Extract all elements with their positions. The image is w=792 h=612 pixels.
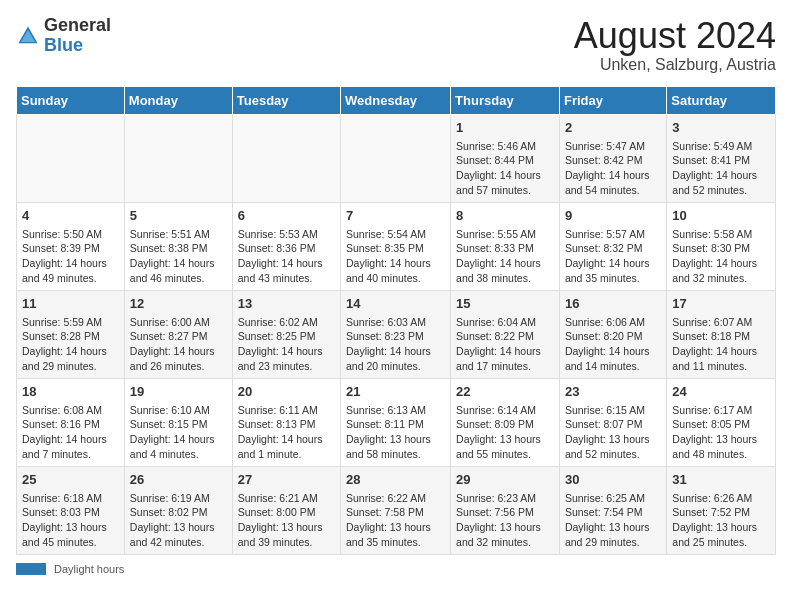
day-number: 8 bbox=[456, 207, 554, 225]
logo-blue-text: Blue bbox=[44, 36, 111, 56]
day-number: 1 bbox=[456, 119, 554, 137]
calendar-cell: 28Sunrise: 6:22 AM Sunset: 7:58 PM Dayli… bbox=[341, 466, 451, 554]
day-number: 5 bbox=[130, 207, 227, 225]
calendar-cell: 6Sunrise: 5:53 AM Sunset: 8:36 PM Daylig… bbox=[232, 202, 340, 290]
day-number: 4 bbox=[22, 207, 119, 225]
day-number: 31 bbox=[672, 471, 770, 489]
day-number: 23 bbox=[565, 383, 661, 401]
calendar-header-saturday: Saturday bbox=[667, 86, 776, 114]
calendar-cell: 20Sunrise: 6:11 AM Sunset: 8:13 PM Dayli… bbox=[232, 378, 340, 466]
daylight-bar-icon bbox=[16, 563, 46, 575]
calendar-week-row: 18Sunrise: 6:08 AM Sunset: 8:16 PM Dayli… bbox=[17, 378, 776, 466]
day-info: Sunrise: 6:08 AM Sunset: 8:16 PM Dayligh… bbox=[22, 403, 119, 462]
day-number: 12 bbox=[130, 295, 227, 313]
calendar-cell: 25Sunrise: 6:18 AM Sunset: 8:03 PM Dayli… bbox=[17, 466, 125, 554]
calendar-cell bbox=[17, 114, 125, 202]
location-title: Unken, Salzburg, Austria bbox=[574, 56, 776, 74]
calendar-cell: 13Sunrise: 6:02 AM Sunset: 8:25 PM Dayli… bbox=[232, 290, 340, 378]
calendar-cell: 30Sunrise: 6:25 AM Sunset: 7:54 PM Dayli… bbox=[559, 466, 666, 554]
day-number: 11 bbox=[22, 295, 119, 313]
calendar-cell: 2Sunrise: 5:47 AM Sunset: 8:42 PM Daylig… bbox=[559, 114, 666, 202]
calendar-table: SundayMondayTuesdayWednesdayThursdayFrid… bbox=[16, 86, 776, 555]
day-number: 2 bbox=[565, 119, 661, 137]
day-number: 14 bbox=[346, 295, 445, 313]
day-info: Sunrise: 6:23 AM Sunset: 7:56 PM Dayligh… bbox=[456, 491, 554, 550]
calendar-header-wednesday: Wednesday bbox=[341, 86, 451, 114]
calendar-header-tuesday: Tuesday bbox=[232, 86, 340, 114]
calendar-header-thursday: Thursday bbox=[451, 86, 560, 114]
day-number: 22 bbox=[456, 383, 554, 401]
calendar-cell: 29Sunrise: 6:23 AM Sunset: 7:56 PM Dayli… bbox=[451, 466, 560, 554]
calendar-cell: 9Sunrise: 5:57 AM Sunset: 8:32 PM Daylig… bbox=[559, 202, 666, 290]
logo-icon bbox=[16, 24, 40, 48]
day-number: 6 bbox=[238, 207, 335, 225]
calendar-cell: 15Sunrise: 6:04 AM Sunset: 8:22 PM Dayli… bbox=[451, 290, 560, 378]
calendar-cell: 14Sunrise: 6:03 AM Sunset: 8:23 PM Dayli… bbox=[341, 290, 451, 378]
day-info: Sunrise: 6:00 AM Sunset: 8:27 PM Dayligh… bbox=[130, 315, 227, 374]
calendar-footer: Daylight hours bbox=[16, 563, 776, 575]
day-info: Sunrise: 5:50 AM Sunset: 8:39 PM Dayligh… bbox=[22, 227, 119, 286]
day-number: 27 bbox=[238, 471, 335, 489]
day-number: 7 bbox=[346, 207, 445, 225]
calendar-cell: 12Sunrise: 6:00 AM Sunset: 8:27 PM Dayli… bbox=[124, 290, 232, 378]
day-info: Sunrise: 6:07 AM Sunset: 8:18 PM Dayligh… bbox=[672, 315, 770, 374]
day-info: Sunrise: 6:11 AM Sunset: 8:13 PM Dayligh… bbox=[238, 403, 335, 462]
day-info: Sunrise: 6:22 AM Sunset: 7:58 PM Dayligh… bbox=[346, 491, 445, 550]
calendar-cell: 19Sunrise: 6:10 AM Sunset: 8:15 PM Dayli… bbox=[124, 378, 232, 466]
day-number: 3 bbox=[672, 119, 770, 137]
calendar-cell: 5Sunrise: 5:51 AM Sunset: 8:38 PM Daylig… bbox=[124, 202, 232, 290]
calendar-header-monday: Monday bbox=[124, 86, 232, 114]
day-info: Sunrise: 6:04 AM Sunset: 8:22 PM Dayligh… bbox=[456, 315, 554, 374]
day-info: Sunrise: 6:25 AM Sunset: 7:54 PM Dayligh… bbox=[565, 491, 661, 550]
day-info: Sunrise: 5:53 AM Sunset: 8:36 PM Dayligh… bbox=[238, 227, 335, 286]
page-header: General Blue August 2024 Unken, Salzburg… bbox=[16, 16, 776, 74]
day-info: Sunrise: 6:10 AM Sunset: 8:15 PM Dayligh… bbox=[130, 403, 227, 462]
calendar-cell: 8Sunrise: 5:55 AM Sunset: 8:33 PM Daylig… bbox=[451, 202, 560, 290]
day-number: 19 bbox=[130, 383, 227, 401]
day-number: 24 bbox=[672, 383, 770, 401]
calendar-cell: 26Sunrise: 6:19 AM Sunset: 8:02 PM Dayli… bbox=[124, 466, 232, 554]
calendar-week-row: 25Sunrise: 6:18 AM Sunset: 8:03 PM Dayli… bbox=[17, 466, 776, 554]
calendar-cell: 23Sunrise: 6:15 AM Sunset: 8:07 PM Dayli… bbox=[559, 378, 666, 466]
day-number: 25 bbox=[22, 471, 119, 489]
day-number: 13 bbox=[238, 295, 335, 313]
day-number: 17 bbox=[672, 295, 770, 313]
day-number: 21 bbox=[346, 383, 445, 401]
calendar-week-row: 1Sunrise: 5:46 AM Sunset: 8:44 PM Daylig… bbox=[17, 114, 776, 202]
calendar-header-sunday: Sunday bbox=[17, 86, 125, 114]
day-info: Sunrise: 6:15 AM Sunset: 8:07 PM Dayligh… bbox=[565, 403, 661, 462]
calendar-cell bbox=[232, 114, 340, 202]
day-number: 29 bbox=[456, 471, 554, 489]
calendar-cell: 1Sunrise: 5:46 AM Sunset: 8:44 PM Daylig… bbox=[451, 114, 560, 202]
day-info: Sunrise: 5:51 AM Sunset: 8:38 PM Dayligh… bbox=[130, 227, 227, 286]
day-info: Sunrise: 6:02 AM Sunset: 8:25 PM Dayligh… bbox=[238, 315, 335, 374]
day-info: Sunrise: 6:26 AM Sunset: 7:52 PM Dayligh… bbox=[672, 491, 770, 550]
day-number: 15 bbox=[456, 295, 554, 313]
calendar-cell bbox=[341, 114, 451, 202]
calendar-cell: 10Sunrise: 5:58 AM Sunset: 8:30 PM Dayli… bbox=[667, 202, 776, 290]
calendar-cell: 21Sunrise: 6:13 AM Sunset: 8:11 PM Dayli… bbox=[341, 378, 451, 466]
day-info: Sunrise: 6:06 AM Sunset: 8:20 PM Dayligh… bbox=[565, 315, 661, 374]
day-number: 9 bbox=[565, 207, 661, 225]
logo-general-text: General bbox=[44, 16, 111, 36]
day-info: Sunrise: 6:17 AM Sunset: 8:05 PM Dayligh… bbox=[672, 403, 770, 462]
day-number: 10 bbox=[672, 207, 770, 225]
day-info: Sunrise: 6:13 AM Sunset: 8:11 PM Dayligh… bbox=[346, 403, 445, 462]
day-info: Sunrise: 5:57 AM Sunset: 8:32 PM Dayligh… bbox=[565, 227, 661, 286]
calendar-cell: 11Sunrise: 5:59 AM Sunset: 8:28 PM Dayli… bbox=[17, 290, 125, 378]
calendar-cell: 18Sunrise: 6:08 AM Sunset: 8:16 PM Dayli… bbox=[17, 378, 125, 466]
calendar-header-row: SundayMondayTuesdayWednesdayThursdayFrid… bbox=[17, 86, 776, 114]
day-info: Sunrise: 5:46 AM Sunset: 8:44 PM Dayligh… bbox=[456, 139, 554, 198]
calendar-cell: 31Sunrise: 6:26 AM Sunset: 7:52 PM Dayli… bbox=[667, 466, 776, 554]
day-number: 16 bbox=[565, 295, 661, 313]
day-info: Sunrise: 5:49 AM Sunset: 8:41 PM Dayligh… bbox=[672, 139, 770, 198]
calendar-cell: 4Sunrise: 5:50 AM Sunset: 8:39 PM Daylig… bbox=[17, 202, 125, 290]
calendar-cell: 17Sunrise: 6:07 AM Sunset: 8:18 PM Dayli… bbox=[667, 290, 776, 378]
logo: General Blue bbox=[16, 16, 111, 56]
calendar-cell: 22Sunrise: 6:14 AM Sunset: 8:09 PM Dayli… bbox=[451, 378, 560, 466]
day-number: 18 bbox=[22, 383, 119, 401]
calendar-cell: 3Sunrise: 5:49 AM Sunset: 8:41 PM Daylig… bbox=[667, 114, 776, 202]
calendar-cell bbox=[124, 114, 232, 202]
calendar-cell: 7Sunrise: 5:54 AM Sunset: 8:35 PM Daylig… bbox=[341, 202, 451, 290]
calendar-week-row: 4Sunrise: 5:50 AM Sunset: 8:39 PM Daylig… bbox=[17, 202, 776, 290]
